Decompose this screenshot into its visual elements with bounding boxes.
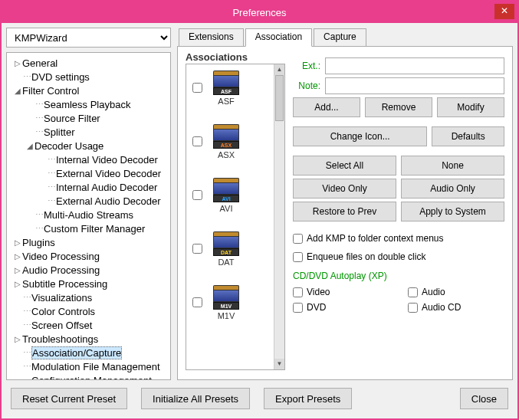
select-all-button[interactable]: Select All xyxy=(293,156,396,176)
controls-stack: Ext.: Note: Add... Remove Modify xyxy=(293,57,504,370)
tree-item-configuration-management[interactable]: ⋯Configuration Management xyxy=(8,373,169,380)
association-scrollbar[interactable]: ▲ ▼ xyxy=(274,64,284,369)
association-list[interactable]: ASFASFASXASXAVIAVIDATDATM1VM1V xyxy=(186,64,274,369)
tree-item-dvd-settings[interactable]: ⋯DVD settings xyxy=(8,70,169,84)
autoplay-audiocd-label: Audio CD xyxy=(422,302,461,313)
tree-branch-icon: ⋯ xyxy=(34,113,44,123)
close-preferences-button[interactable]: Close xyxy=(460,388,508,409)
context-menu-checkbox[interactable] xyxy=(293,234,303,244)
autoplay-audiocd-checkbox[interactable] xyxy=(408,303,418,313)
tree-item-label: DVD settings xyxy=(31,71,90,83)
tree-item-external-audio-decoder[interactable]: ⋯External Audio Decoder xyxy=(8,194,169,208)
tree-item-audio-processing[interactable]: ▷Audio Processing xyxy=(8,263,169,277)
tab-association[interactable]: Association xyxy=(245,28,312,47)
remove-button[interactable]: Remove xyxy=(365,97,432,117)
assoc-item-dat[interactable]: DATDAT xyxy=(189,230,271,267)
tree-item-label: Splitter xyxy=(44,126,74,138)
tree-item-filter-control[interactable]: ◢Filter Control xyxy=(8,84,169,97)
tree-item-splitter[interactable]: ⋯Splitter xyxy=(8,125,169,139)
assoc-checkbox-m1v[interactable] xyxy=(192,297,202,307)
assoc-item-avi[interactable]: AVIAVI xyxy=(189,176,271,213)
scroll-thumb[interactable] xyxy=(275,75,284,121)
tree-item-label: External Video Decoder xyxy=(56,168,161,179)
tree-item-general[interactable]: ▷General xyxy=(8,56,169,70)
expander-icon[interactable]: ▷ xyxy=(13,252,22,261)
tree-item-label: Subtitle Processing xyxy=(22,278,107,290)
assoc-item-asx[interactable]: ASXASX xyxy=(189,123,271,159)
filetype-icon: AVIAVI xyxy=(209,176,243,213)
tree-item-modulation-file-management[interactable]: ⋯Modulation File Management xyxy=(8,359,169,373)
autoplay-audio-checkbox[interactable] xyxy=(408,287,418,297)
tree-item-custom-filter-manager[interactable]: ⋯Custom Filter Manager xyxy=(8,221,169,235)
autoplay-dvd-checkbox[interactable] xyxy=(293,303,303,313)
tree-item-label: Source Filter xyxy=(44,113,100,124)
tab-panel: Associations ASFASFASXASXAVIAVIDATDATM1V… xyxy=(177,46,513,380)
expander-icon[interactable]: ◢ xyxy=(13,87,22,95)
scroll-down-icon[interactable]: ▼ xyxy=(274,359,284,369)
enqueue-checkbox[interactable] xyxy=(293,252,303,262)
tab-extensions[interactable]: Extensions xyxy=(179,28,244,47)
tree-item-video-processing[interactable]: ▷Video Processing xyxy=(8,249,169,263)
assoc-item-asf[interactable]: ASFASF xyxy=(189,69,271,106)
tree-item-internal-video-decoder[interactable]: ⋯Internal Video Decoder xyxy=(8,153,169,166)
modify-button[interactable]: Modify xyxy=(437,97,504,117)
tree-item-label: Video Processing xyxy=(22,251,100,262)
tree-item-external-video-decoder[interactable]: ⋯External Video Decoder xyxy=(8,166,169,180)
change-icon-button[interactable]: Change Icon... xyxy=(293,126,427,146)
tree-item-label: Filter Control xyxy=(22,85,79,97)
tree-item-multi-audio-streams[interactable]: ⋯Multi-Audio Streams xyxy=(8,208,169,221)
preset-select[interactable]: KMPWizard xyxy=(6,28,171,48)
autoplay-video-checkbox[interactable] xyxy=(293,287,303,297)
tree-item-label: Screen Offset xyxy=(31,320,92,331)
none-button[interactable]: None xyxy=(401,156,504,176)
video-only-button[interactable]: Video Only xyxy=(293,179,396,199)
defaults-button[interactable]: Defaults xyxy=(432,126,504,146)
audio-only-button[interactable]: Audio Only xyxy=(401,179,504,199)
add-button[interactable]: Add... xyxy=(293,97,360,117)
tree-view[interactable]: ▷General⋯DVD settings◢Filter Control⋯Sea… xyxy=(6,52,171,380)
tree-item-plugins[interactable]: ▷Plugins xyxy=(8,235,169,249)
assoc-checkbox-asf[interactable] xyxy=(192,83,202,93)
tree-item-label: External Audio Decoder xyxy=(56,195,161,207)
tree-item-internal-audio-decoder[interactable]: ⋯Internal Audio Decoder xyxy=(8,180,169,194)
expander-icon[interactable]: ◢ xyxy=(25,142,34,150)
enqueue-label: Enqueue files on double click xyxy=(307,251,425,262)
reset-preset-button[interactable]: Reset Current Preset xyxy=(11,388,127,409)
assoc-checkbox-avi[interactable] xyxy=(192,190,202,200)
assoc-label: AVI xyxy=(209,204,243,213)
close-button[interactable]: ✕ xyxy=(494,4,514,19)
bottom-bar: Reset Current Preset Initialize All Pres… xyxy=(6,380,513,414)
restore-button[interactable]: Restore to Prev xyxy=(293,202,396,221)
ext-input[interactable] xyxy=(325,57,504,74)
tree-item-troubleshootings[interactable]: ▷Troubleshootings xyxy=(8,332,169,346)
assoc-label: ASF xyxy=(209,97,243,106)
tree-item-label: Color Controls xyxy=(31,306,95,317)
expander-icon[interactable]: ▷ xyxy=(13,59,22,67)
expander-icon[interactable]: ▷ xyxy=(13,238,22,247)
export-presets-button[interactable]: Export Presets xyxy=(264,388,352,409)
context-menu-label: Add KMP to folder context menus xyxy=(307,233,444,244)
tree-branch-icon: ⋯ xyxy=(22,320,31,330)
assoc-item-m1v[interactable]: M1VM1V xyxy=(189,284,271,320)
tree-item-color-controls[interactable]: ⋯Color Controls xyxy=(8,304,169,318)
tree-item-label: Internal Video Decoder xyxy=(56,154,158,166)
init-presets-button[interactable]: Initialize All Presets xyxy=(141,388,250,409)
tree-item-screen-offset[interactable]: ⋯Screen Offset xyxy=(8,318,169,332)
tab-capture[interactable]: Capture xyxy=(314,28,366,47)
note-input[interactable] xyxy=(325,77,504,94)
apply-button[interactable]: Apply to System xyxy=(401,202,504,221)
expander-icon[interactable]: ▷ xyxy=(13,335,22,343)
tree-item-decoder-usage[interactable]: ◢Decoder Usage xyxy=(8,139,169,153)
expander-icon[interactable]: ▷ xyxy=(13,280,22,288)
assoc-checkbox-asx[interactable] xyxy=(192,136,202,146)
tree-item-subtitle-processing[interactable]: ▷Subtitle Processing xyxy=(8,277,169,290)
titlebar: Preferences ✕ xyxy=(2,2,517,23)
tree-item-visualizations[interactable]: ⋯Visualizations xyxy=(8,290,169,304)
tree-item-seamless-playback[interactable]: ⋯Seamless Playback xyxy=(8,97,169,111)
assoc-checkbox-dat[interactable] xyxy=(192,244,202,254)
tree-item-source-filter[interactable]: ⋯Source Filter xyxy=(8,111,169,125)
tree-item-association-capture[interactable]: ⋯Association/Capture xyxy=(8,346,169,359)
filetype-icon: M1VM1V xyxy=(209,284,243,320)
expander-icon[interactable]: ▷ xyxy=(13,266,22,274)
scroll-up-icon[interactable]: ▲ xyxy=(274,64,284,75)
